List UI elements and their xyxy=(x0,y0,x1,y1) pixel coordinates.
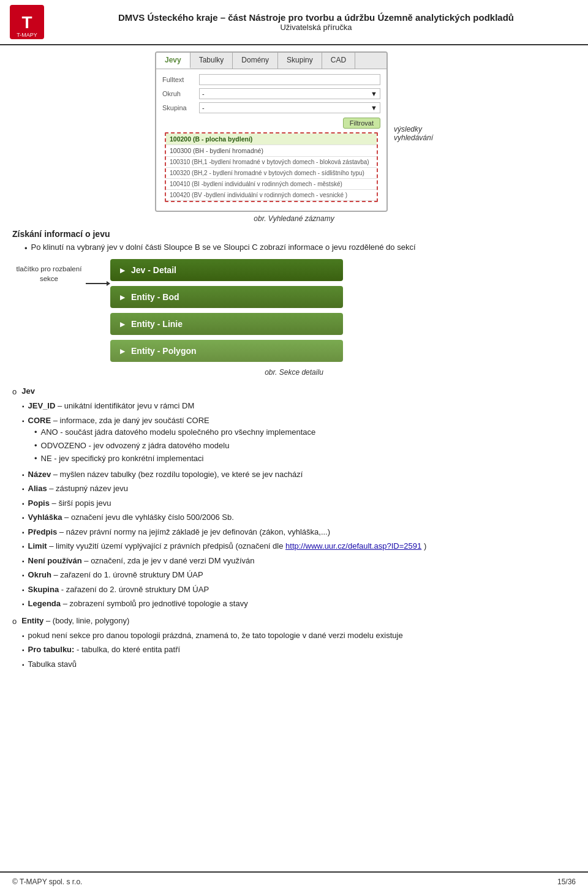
footer-left: © T-MAPY spol. s r.o. xyxy=(12,878,82,886)
circle-marker-jev: o xyxy=(12,387,17,396)
logo-area: T T-MAPY xyxy=(10,5,44,39)
okruh-value: - xyxy=(202,90,205,97)
section-label-3: Entity - Polygon xyxy=(131,346,197,356)
entity-item-1: ▪ Pro tabulku: - tabulka, do které entit… xyxy=(22,644,576,656)
square-marker-6: ▪ xyxy=(22,528,24,537)
triangle-icon-2: ▶ xyxy=(120,321,125,328)
body-section-entity: o Entity – (body, linie, polygony) ▪ pok… xyxy=(12,616,576,671)
arrow-connector xyxy=(86,259,110,290)
vyhlaska-text: Vyhláška – označení jevu dle vyhlášky čí… xyxy=(28,511,234,524)
square-marker-5: ▪ xyxy=(22,513,24,522)
list-item-alias: ▪ Alias – zástupný název jevu xyxy=(22,483,576,495)
tlacitko-side: tlačítko pro rozbalení sekce xyxy=(12,259,86,284)
filter-button[interactable]: Filtrovat xyxy=(343,118,380,129)
entity-text-2: Tabulka stavů xyxy=(28,658,77,671)
info-title: Získání informací o jevu xyxy=(12,229,576,239)
circle-0: • xyxy=(34,426,37,438)
info-section: Získání informací o jevu • Po klinutí na… xyxy=(12,229,576,253)
entity-sq-1: ▪ xyxy=(22,645,24,655)
jev-id-text: JEV_ID – unikátní identifikátor jevu v r… xyxy=(28,400,195,412)
section-label-2: Entity - Linie xyxy=(131,319,183,329)
skupina-select[interactable]: - ▼ xyxy=(199,102,380,113)
entity-title: Entity – (body, linie, polygony) xyxy=(21,616,129,625)
tab-skupiny[interactable]: Skupiny xyxy=(278,53,322,69)
square-marker-3: ▪ xyxy=(22,484,24,494)
entity-item-0: ▪ pokud není sekce pro danou topologii p… xyxy=(22,630,576,642)
main-content: Jevy Tabulky Domény Skupiny CAD Fulltext… xyxy=(0,45,588,688)
body-section-jev: o Jev ▪ JEV_ID – unikátní identifikátor … xyxy=(12,386,576,610)
arrow-icon xyxy=(86,277,110,290)
triangle-icon-3: ▶ xyxy=(120,348,125,355)
limit-text: Limit – limity využití území vyplývající… xyxy=(28,540,427,552)
limit-link[interactable]: http://www.uur.cz/default.asp?ID=2591 xyxy=(285,541,421,551)
sub-item-odvozeno: • ODVOZENO - jev odvozený z jádra datové… xyxy=(34,440,315,452)
fulltext-input[interactable] xyxy=(199,74,380,85)
list-item-legenda: ▪ Legenda – zobrazení symbolů pro jednot… xyxy=(22,598,576,610)
entity-item-2: ▪ Tabulka stavů xyxy=(22,658,576,671)
list-item-vyhlaska: ▪ Vyhláška – označení jevu dle vyhlášky … xyxy=(22,511,576,524)
form-row-okruh: Okruh - ▼ xyxy=(162,88,380,99)
triangle-icon-0: ▶ xyxy=(120,267,125,274)
sub-odvozeno-text: ODVOZENO - jev odvozený z jádra datového… xyxy=(41,440,230,452)
entity-header: o Entity – (body, linie, polygony) xyxy=(12,616,576,626)
square-marker-2: ▪ xyxy=(22,470,24,479)
result-item-0[interactable]: 100200 (B - plocha bydlení) xyxy=(166,133,377,145)
square-marker-0: ▪ xyxy=(22,402,24,411)
jev-header: o Jev xyxy=(12,386,576,396)
result-item-1[interactable]: 100300 (BH - bydlení hromadné) xyxy=(166,145,377,157)
tab-jevy[interactable]: Jevy xyxy=(156,53,190,69)
caption-1: obr. Vyhledané záznamy xyxy=(12,214,576,223)
skupina-text: Skupina - zařazení do 2. úrovně struktur… xyxy=(28,584,209,596)
square-marker-8: ▪ xyxy=(22,557,24,566)
skupina-label: Skupina xyxy=(162,104,199,111)
nepouzivan-text: Není používán – označení, zda je jev v d… xyxy=(28,555,255,567)
list-item-nazev: ▪ Název – myšlen název tabulky (bez rozd… xyxy=(22,468,576,481)
okruh-chevron: ▼ xyxy=(371,90,377,97)
circle-2: • xyxy=(34,453,37,465)
jev-title: Jev xyxy=(21,386,35,396)
list-item-limit: ▪ Limit – limity využití území vyplývají… xyxy=(22,540,576,552)
header-text: DMVS Ústeckého kraje – část Nástroje pro… xyxy=(54,12,578,32)
alias-text: Alias – zástupný název jevu xyxy=(28,483,128,495)
list-item-jev-id: ▪ JEV_ID – unikátní identifikátor jevu v… xyxy=(22,400,576,412)
square-marker-7: ▪ xyxy=(22,542,24,551)
list-item-okruh: ▪ Okruh – zařazení do 1. úrovně struktur… xyxy=(22,569,576,581)
result-item-3[interactable]: 100320 (BH,2 - bydlení hromadné v bytový… xyxy=(166,168,377,179)
tab-cad[interactable]: CAD xyxy=(322,53,355,69)
nazev-text: Název – myšlen název tabulky (bez rozdíl… xyxy=(28,468,303,481)
results-label: výsledkyvyhledávání xyxy=(394,125,433,142)
section-btn-entity-linie[interactable]: ▶ Entity - Linie xyxy=(110,313,343,335)
list-item-core: ▪ CORE – informace, zda je daný jev souč… xyxy=(22,415,576,466)
result-item-4[interactable]: 100410 (BI -bydlení individuální v rodin… xyxy=(166,179,377,190)
entity-list: ▪ pokud není sekce pro danou topologii p… xyxy=(12,630,576,671)
result-item-2[interactable]: 100310 (BH,1 -bydlení hromadné v bytovýc… xyxy=(166,157,377,168)
svg-text:T: T xyxy=(21,13,32,32)
okruh-select[interactable]: - ▼ xyxy=(199,88,380,99)
skupina-chevron: ▼ xyxy=(371,104,377,111)
entity-text-1: Pro tabulku: - tabulka, do které entita … xyxy=(28,644,181,656)
sub-item-ne: • NE - jev specifický pro konkrétní impl… xyxy=(34,453,315,465)
tab-domeny[interactable]: Domény xyxy=(233,53,278,69)
result-item-5[interactable]: 100420 (BV -bydlení individuální v rodin… xyxy=(166,190,377,201)
footer: © T-MAPY spol. s r.o. 15/36 xyxy=(0,871,588,891)
list-item-nepouzivan: ▪ Není používán – označení, zda je jev v… xyxy=(22,555,576,567)
ui-and-label: Jevy Tabulky Domény Skupiny CAD Fulltext… xyxy=(155,51,433,212)
sub-ano-text: ANO - součást jádra datového modelu spol… xyxy=(41,426,316,438)
okruh-label: Okruh xyxy=(162,90,199,97)
tab-tabulky[interactable]: Tabulky xyxy=(190,53,233,69)
section-btn-jev-detail[interactable]: ▶ Jev - Detail xyxy=(110,259,343,281)
screenshot-area: Jevy Tabulky Domény Skupiny CAD Fulltext… xyxy=(12,51,576,212)
tlacitko-label: tlačítko pro rozbalení sekce xyxy=(12,264,86,284)
square-marker-4: ▪ xyxy=(22,499,24,508)
list-item-predpis: ▪ Předpis – název právní normy na jejímž… xyxy=(22,526,576,538)
section-btn-entity-polygon[interactable]: ▶ Entity - Polygon xyxy=(110,340,343,362)
ui-tabs: Jevy Tabulky Domény Skupiny CAD xyxy=(156,53,386,69)
ui-box: Jevy Tabulky Domény Skupiny CAD Fulltext… xyxy=(155,51,388,212)
section-btn-entity-bod[interactable]: ▶ Entity - Bod xyxy=(110,286,343,308)
section-label-1: Entity - Bod xyxy=(131,292,179,302)
core-sub-list: • ANO - součást jádra datového modelu sp… xyxy=(22,426,315,466)
circle-1: • xyxy=(34,440,37,452)
jev-list: ▪ JEV_ID – unikátní identifikátor jevu v… xyxy=(12,400,576,610)
fulltext-label: Fulltext xyxy=(162,76,199,83)
form-row-fulltext: Fulltext xyxy=(162,74,380,85)
